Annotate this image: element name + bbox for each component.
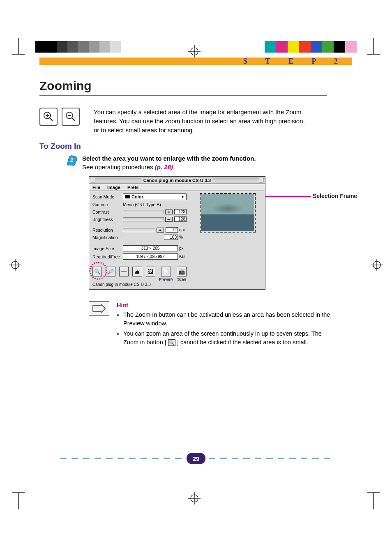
zoom-out-tool-icon[interactable]: 🔎: [106, 267, 115, 276]
stepper-arrows-icon[interactable]: ◂▸: [165, 217, 173, 222]
crop-mark: [367, 54, 380, 55]
zoom-icons: [39, 108, 80, 134]
callout-label: Selection Frame: [313, 193, 357, 199]
section-heading: To Zoom In: [39, 142, 352, 151]
page-number-badge: 29: [187, 453, 205, 464]
menu-file[interactable]: File: [92, 185, 100, 190]
required-free-unit: KB: [179, 254, 187, 259]
page-title: Zooming: [39, 79, 352, 93]
zoom-in-inline-icon: 🔍: [168, 339, 175, 346]
resolution-slider[interactable]: [123, 228, 155, 232]
contrast-slider[interactable]: [123, 210, 164, 214]
svg-line-17: [72, 118, 75, 121]
preview-image: [201, 194, 254, 231]
gray-swatch: [99, 41, 110, 53]
scan-button-icon[interactable]: 📠: [177, 267, 187, 276]
color-swatch: [322, 41, 334, 53]
crop-mark: [12, 492, 25, 493]
color-swatch: [334, 41, 345, 53]
photo-tool-icon[interactable]: 🖼: [146, 267, 155, 276]
chevron-down-icon: ▼: [181, 195, 184, 199]
brightness-value: 128: [174, 216, 187, 222]
step-1-line2b: .: [173, 164, 175, 170]
required-free-value: 189 / 2,095,992: [123, 253, 178, 260]
menu-image[interactable]: Image: [107, 185, 120, 190]
color-swatch: [276, 41, 288, 53]
window-title: Canon plug-in module CS-U 3.3: [141, 178, 213, 183]
crop-mark: [12, 54, 25, 55]
crop-mark: [18, 493, 19, 509]
crop-mark: [373, 493, 374, 509]
gray-swatch: [57, 41, 67, 53]
color-swatch: [299, 41, 311, 53]
stepper-arrows-icon[interactable]: ◂▸: [157, 228, 164, 233]
curve-tool-icon[interactable]: 〰: [119, 267, 129, 276]
callout-line: [265, 196, 311, 197]
close-box-icon[interactable]: [91, 178, 95, 182]
magnification-value[interactable]: 100: [164, 235, 178, 240]
registration-mark-icon: [371, 259, 383, 271]
magnification-unit: %: [179, 235, 187, 240]
hint-bullet-2: You can zoom an area of the screen conti…: [123, 329, 330, 347]
zoom-box-icon[interactable]: [259, 178, 263, 182]
hint-title: Hint: [117, 301, 330, 310]
resolution-value[interactable]: 72: [166, 227, 178, 233]
window-titlebar[interactable]: Canon plug-in module CS-U 3.3: [89, 177, 265, 184]
crop-mark: [18, 38, 19, 54]
step-1-line2a: See operating procedures: [82, 164, 155, 170]
registration-mark-icon: [9, 259, 21, 271]
label-required-free: Required/Free: [92, 254, 123, 259]
scan-button-label: Scan: [177, 277, 186, 281]
label-magnification: Magnification: [92, 235, 123, 240]
gray-swatch: [35, 41, 46, 53]
header-bar: S T E P 2: [39, 58, 352, 65]
page-ref-link[interactable]: (p. 28): [155, 164, 173, 170]
selection-frame[interactable]: [200, 193, 256, 233]
hint-icon: [89, 301, 109, 316]
image-size-unit: px: [179, 246, 187, 251]
preview-pane[interactable]: [190, 191, 265, 289]
step-1-text: Select the area you want to enlarge with…: [82, 154, 256, 171]
crop-mark: [373, 38, 374, 54]
gray-swatch: [46, 41, 57, 53]
zoom-in-icon: [39, 108, 58, 126]
stepper-arrows-icon[interactable]: ◂▸: [165, 210, 173, 214]
svg-line-13: [50, 118, 53, 121]
intro-text: You can specify a selected area of the i…: [94, 108, 307, 134]
preview-button-label: Preview: [159, 277, 173, 281]
brightness-slider[interactable]: [123, 217, 164, 221]
step-1-badge-icon: 1: [66, 154, 78, 166]
color-swatch: [311, 41, 322, 53]
menu-prefs[interactable]: Prefs: [127, 185, 139, 190]
scan-mode-value: Color: [131, 194, 143, 199]
label-scan-mode: Scan Mode: [92, 194, 123, 199]
menu-bar: File Image Prefs: [89, 184, 265, 191]
zoom-out-icon: [62, 108, 80, 126]
gray-step-wedge: [35, 41, 121, 53]
color-swatch: [265, 41, 276, 53]
app-screenshot: Canon plug-in module CS-U 3.3 File Image…: [89, 176, 265, 290]
registration-mark-icon: [188, 45, 201, 58]
label-contrast: Contrast: [92, 210, 123, 214]
page-footer: 29: [0, 453, 392, 464]
step-1-bold: Select the area you want to enlarge with…: [82, 155, 256, 162]
hint-bullet-1: The Zoom In button can't be activated un…: [123, 311, 330, 328]
label-image-size: Image Size: [92, 246, 123, 251]
eject-tool-icon[interactable]: ⏏: [132, 267, 142, 276]
crop-mark: [367, 492, 380, 493]
preview-button-icon[interactable]: 📄: [161, 267, 171, 276]
step-label: S T E P 2: [243, 57, 346, 66]
title-rule: [39, 95, 327, 96]
label-gamma: Gamma: [92, 202, 123, 207]
status-bar: Canon plug-in module CS-U 3.3: [92, 282, 187, 287]
gray-swatch: [110, 41, 121, 53]
gray-swatch: [78, 41, 89, 53]
scan-mode-dropdown[interactable]: Color▼: [123, 193, 187, 200]
gray-swatch: [89, 41, 99, 53]
label-resolution: Resolution: [92, 228, 123, 233]
zoom-in-tool-icon[interactable]: 🔍: [92, 267, 102, 276]
label-brightness: Brightness: [92, 217, 123, 222]
resolution-unit: dpi: [179, 228, 187, 232]
gray-swatch: [67, 41, 78, 53]
hint-b2-b: ] cannot be clicked if the slected area …: [175, 339, 308, 345]
